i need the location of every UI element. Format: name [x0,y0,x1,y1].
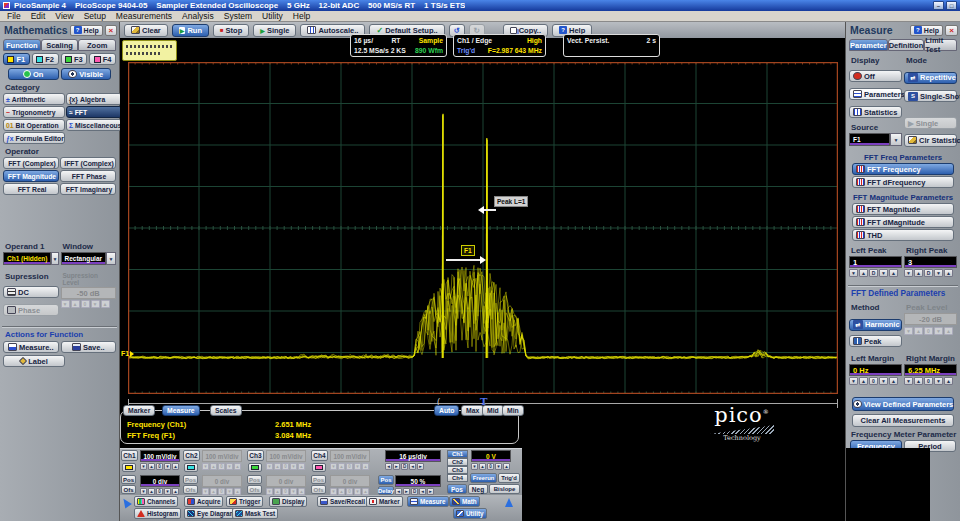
slope-neg-button[interactable]: Neg [468,484,488,494]
tab-display[interactable]: Display [269,496,307,507]
ch4-button[interactable]: Ch4 [311,450,328,461]
spinner-button[interactable]: ▲ [859,377,868,385]
source-value[interactable]: F1 [849,133,890,146]
restore-button[interactable]: □ [946,1,957,10]
thd-button[interactable]: THD [852,229,954,241]
view-auto-button[interactable]: Auto [434,405,459,416]
spinner-button[interactable]: ▲ [503,463,510,470]
ch2-color-swatch[interactable] [184,463,198,472]
spinner-button[interactable]: ▼ [471,463,478,470]
spinner-button[interactable]: ▼ [140,488,147,495]
spinner-button[interactable]: ▼ [879,269,888,277]
menu-help[interactable]: Help [288,11,315,21]
spinner-button[interactable]: 0 [869,377,878,385]
tab-trigger[interactable]: Trigger [226,496,263,507]
spinner-button[interactable]: ◄ [409,463,416,470]
category-miscellaneous[interactable]: ΣMiscellaneous [66,119,123,131]
operator-fft-complex[interactable]: FFT (Complex) [3,157,59,169]
operator-fft-real[interactable]: FFT Real [3,183,59,195]
spinner-button[interactable]: 0 [156,488,163,495]
tab-histogram[interactable]: Histogram [134,508,181,519]
spinner-button[interactable]: ▼ [879,377,888,385]
ch4-color-swatch[interactable] [312,463,326,472]
f1-annotation[interactable]: F1 [461,245,475,256]
timebase-scale-display[interactable]: 16 µs/div [385,450,441,462]
category-arithmetic[interactable]: ±Arithmetic [3,93,65,105]
ch3-color-swatch[interactable] [248,463,262,472]
spinner-button[interactable]: ▼ [904,377,913,385]
fft-magnitude-button[interactable]: FFT Magnitude [852,203,954,215]
spinner-button[interactable]: D [924,269,933,277]
measure-help-button[interactable]: ?Help [910,25,943,36]
tab-save-recall[interactable]: Save/Recall [317,496,368,507]
tab-scales[interactable]: Scales [210,405,242,416]
operand1-dropdown-icon[interactable]: ▼ [51,252,58,265]
clr-statistics-button[interactable]: Clr Statistics [904,134,957,147]
tab-math[interactable]: Math [449,496,480,507]
slope-bislope-button[interactable]: Bislope [489,484,520,494]
fft-dfrequency-button[interactable]: FFT dFrequency [852,176,954,188]
spinner-button[interactable]: ▼ [934,269,943,277]
view-mid-button[interactable]: Mid [482,405,504,416]
slope-pos-button[interactable]: Pos [447,484,467,494]
ch3-button[interactable]: Ch3 [247,450,264,461]
spinner-button[interactable]: ▲ [914,377,923,385]
spinner-button[interactable]: 0 [924,377,933,385]
tab-parameter[interactable]: Parameter [849,39,888,51]
spinner-button[interactable]: ◄ [419,488,426,495]
operator-fft-phase[interactable]: FFT Phase [60,170,116,182]
spinner-button[interactable]: ▲ [148,463,155,470]
view-min-button[interactable]: Min [502,405,524,416]
tab-measure[interactable]: Measure [407,496,449,507]
stop-button[interactable]: ■Stop [213,24,249,37]
menu-utility[interactable]: Utility [257,11,288,21]
function-visible-button[interactable]: Visible [61,68,112,80]
menu-analysis[interactable]: Analysis [177,11,219,21]
category-formula-editor[interactable]: ƒxFormula Editor [3,132,65,144]
f3-button[interactable]: F3 [61,53,88,65]
spinner-button[interactable]: ► [403,488,410,495]
menu-measurements[interactable]: Measurements [111,11,177,21]
spinner-button[interactable]: ▲ [889,377,898,385]
clear-button[interactable]: Clear [124,24,168,37]
spinner-button[interactable]: ► [417,463,424,470]
measure-close-button[interactable]: × [945,25,958,36]
ch2-button[interactable]: Ch2 [183,450,200,461]
method-harmonic-button[interactable]: ⇄Harmonic [849,319,902,331]
ch1-ofs-button[interactable]: Ofs [121,485,136,494]
spinner-button[interactable]: ▼ [495,463,502,470]
spinner-button[interactable]: 0 [487,463,494,470]
spinner-button[interactable]: ▼ [140,463,147,470]
source-dropdown-icon[interactable]: ▼ [890,133,902,146]
spinner-button[interactable]: D [411,488,418,495]
left-peak-value[interactable]: 1 [849,256,902,268]
spinner-button[interactable]: ▼ [904,269,913,277]
ch1-color-swatch[interactable] [122,463,136,472]
mathematics-help-button[interactable]: ?Help [70,25,103,36]
menu-view[interactable]: View [50,11,78,21]
spinner-button[interactable]: ► [393,463,400,470]
display-statistics-button[interactable]: Statistics [849,106,902,118]
display-parameters-button[interactable]: Parameters [849,88,902,100]
tab-acquire[interactable]: Acquire [184,496,223,507]
tab-definition[interactable]: Definition [888,39,925,51]
mathematics-close-button[interactable]: × [105,25,117,36]
fft-frequency-button[interactable]: FFT Frequency [852,163,954,175]
f1-button[interactable]: F1 [3,53,30,65]
display-off-button[interactable]: Off [849,70,902,82]
tab-marker[interactable]: Marker [123,405,155,416]
ch1-button[interactable]: Ch1 [121,450,138,461]
spinner-button[interactable]: ▼ [164,488,171,495]
menu-file[interactable]: File [2,11,26,21]
spinner-button[interactable]: ► [427,488,434,495]
f1-trace-tag[interactable] [122,40,177,61]
category-fft[interactable]: ≈FFT [66,106,123,118]
method-peak-button[interactable]: Peak [849,335,902,347]
minimize-button[interactable]: – [933,1,944,10]
measure-action-button[interactable]: Measure.. [3,341,59,353]
spinner-button[interactable]: 0 [156,463,163,470]
f1-baseline-marker[interactable]: F1 [121,350,134,357]
trigd-button[interactable]: Trig'd [498,473,520,483]
menu-system[interactable]: System [219,11,257,21]
scroll-right-icon[interactable] [505,498,513,507]
